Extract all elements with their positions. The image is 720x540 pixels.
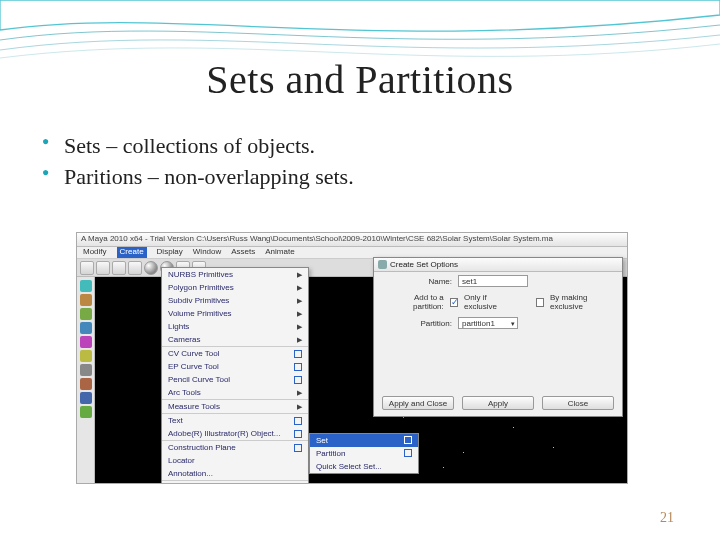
apply-button[interactable]: Apply — [462, 396, 534, 410]
by-making-exclusive-label: By making exclusive — [550, 293, 614, 311]
toolbox-icon[interactable] — [80, 350, 92, 362]
submenu-item-quickselect[interactable]: Quick Select Set... — [310, 460, 418, 473]
close-button[interactable]: Close — [542, 396, 614, 410]
menu-create[interactable]: Create — [117, 247, 147, 258]
dialog-icon — [378, 260, 387, 269]
menu-item-volume[interactable]: Volume Primitives▶ — [162, 307, 308, 320]
menu-item-cameras[interactable]: Cameras▶ — [162, 333, 308, 347]
dialog-title-text: Create Set Options — [390, 260, 458, 269]
bullet-item: Paritions – non-overlapping sets. — [42, 162, 720, 193]
toolbox-icon[interactable] — [80, 294, 92, 306]
toolbox-icon[interactable] — [80, 280, 92, 292]
submenu-item-partition[interactable]: Partition — [310, 447, 418, 460]
bullet-item: Sets – collections of objects. — [42, 131, 720, 162]
menu-item-measure[interactable]: Measure Tools▶ — [162, 400, 308, 414]
menu-item-locator[interactable]: Locator — [162, 454, 308, 467]
menu-animate[interactable]: Animate — [265, 247, 294, 258]
toolbox-icon[interactable] — [80, 308, 92, 320]
toolbox-icon[interactable] — [80, 322, 92, 334]
toolbox-icon[interactable] — [80, 336, 92, 348]
menu-item-illustrator[interactable]: Adobe(R) Illustrator(R) Object... — [162, 427, 308, 441]
partition-select[interactable]: partition1 — [458, 317, 518, 329]
menu-item-epcurve[interactable]: EP Curve Tool — [162, 360, 308, 373]
dialog-titlebar: Create Set Options — [374, 258, 622, 272]
menu-assets[interactable]: Assets — [231, 247, 255, 258]
name-label: Name: — [382, 277, 452, 286]
toolbox-icon[interactable] — [80, 364, 92, 376]
partition-label: Partition: — [382, 319, 452, 328]
menu-item-annotation[interactable]: Annotation... — [162, 467, 308, 481]
menu-item-text[interactable]: Text — [162, 414, 308, 427]
menu-item-polygon[interactable]: Polygon Primitives▶ — [162, 281, 308, 294]
page-number: 21 — [660, 510, 674, 526]
toolbox-icon[interactable] — [80, 406, 92, 418]
bullet-list: Sets – collections of objects. Paritions… — [42, 131, 720, 193]
shelf-sphere-icon[interactable] — [144, 261, 158, 275]
add-partition-label: Add to a partition: — [382, 293, 444, 311]
submenu-item-set[interactable]: Set — [310, 434, 418, 447]
slide-title: Sets and Partitions — [0, 56, 720, 103]
only-if-exclusive-checkbox[interactable] — [450, 298, 458, 307]
menu-window[interactable]: Window — [193, 247, 221, 258]
shelf-icon[interactable] — [128, 261, 142, 275]
maya-toolbox — [77, 277, 95, 484]
toolbox-icon[interactable] — [80, 378, 92, 390]
shelf-icon[interactable] — [80, 261, 94, 275]
menu-item-pencil[interactable]: Pencil Curve Tool — [162, 373, 308, 386]
menu-item-nurbs[interactable]: NURBS Primitives▶ — [162, 268, 308, 281]
menu-item-arc[interactable]: Arc Tools▶ — [162, 386, 308, 400]
maya-window-title: A Maya 2010 x64 - Trial Version C:\Users… — [77, 233, 627, 247]
menu-display[interactable]: Display — [157, 247, 183, 258]
create-menu-dropdown: NURBS Primitives▶ Polygon Primitives▶ Su… — [161, 267, 309, 484]
menu-item-subdiv[interactable]: Subdiv Primitives▶ — [162, 294, 308, 307]
name-input[interactable]: set1 — [458, 275, 528, 287]
maya-screenshot: A Maya 2010 x64 - Trial Version C:\Users… — [76, 232, 628, 484]
shelf-icon[interactable] — [96, 261, 110, 275]
shelf-icon[interactable] — [112, 261, 126, 275]
menu-modify[interactable]: Modify — [83, 247, 107, 258]
apply-close-button[interactable]: Apply and Close — [382, 396, 454, 410]
only-if-exclusive-label: Only if exclusive — [464, 293, 515, 311]
toolbox-icon[interactable] — [80, 392, 92, 404]
menu-item-constplane[interactable]: Construction Plane — [162, 441, 308, 454]
sets-submenu: Set Partition Quick Select Set... — [309, 433, 419, 474]
menu-item-lights[interactable]: Lights▶ — [162, 320, 308, 333]
create-set-dialog: Create Set Options Name: set1 Add to a p… — [373, 257, 623, 417]
by-making-exclusive-checkbox[interactable] — [536, 298, 544, 307]
menu-item-cvcurve[interactable]: CV Curve Tool — [162, 347, 308, 360]
